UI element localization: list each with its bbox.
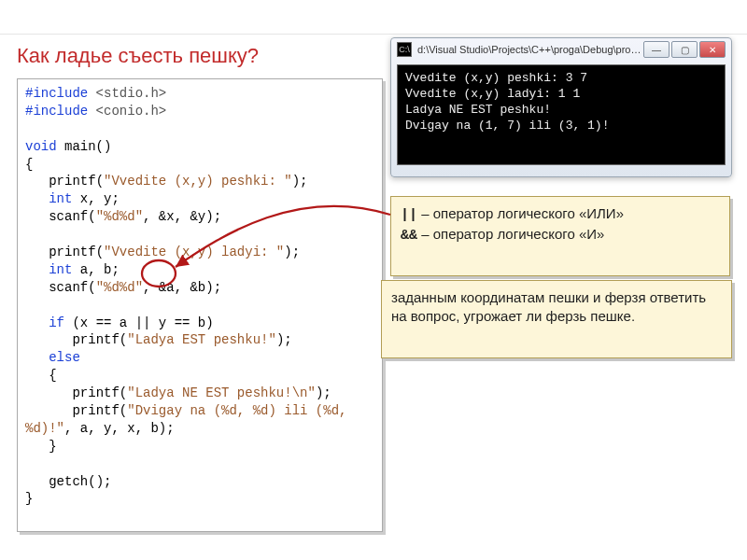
- code-token: (x == a || y == b): [64, 315, 214, 330]
- code-token: printf(: [25, 332, 127, 347]
- code-token: int: [25, 262, 72, 277]
- operators-note: || – оператор логического «ИЛИ» && – опе…: [390, 196, 730, 276]
- code-token: "Ladya NE EST peshku!\n": [127, 385, 316, 400]
- console-titlebar: C:\ d:\Visual Studio\Projects\C++\proga\…: [391, 38, 731, 61]
- code-token: int: [25, 191, 72, 206]
- code-token: );: [284, 245, 300, 259]
- code-token: {: [25, 368, 57, 383]
- code-token: #include: [25, 86, 88, 101]
- code-token: , &x, &y);: [143, 209, 221, 224]
- code-token: {: [25, 157, 33, 172]
- code-token: <stdio.h>: [88, 86, 166, 101]
- code-block: #include <stdio.h> #include <conio.h> vo…: [17, 78, 383, 532]
- code-token: x, y;: [72, 191, 119, 206]
- close-button[interactable]: ✕: [699, 41, 726, 58]
- code-token: void: [25, 139, 57, 154]
- code-token: }: [25, 439, 57, 454]
- code-token: printf(: [25, 385, 127, 400]
- code-token: printf(: [25, 174, 104, 189]
- code-token: "Ladya EST peshku!": [127, 332, 276, 347]
- task-note-text: заданным координатам пешки и ферзя ответ…: [391, 289, 706, 324]
- minimize-button[interactable]: —: [643, 41, 669, 58]
- code-token: );: [276, 332, 292, 347]
- code-token: "Vvedite (x,y) peshki: ": [104, 174, 292, 189]
- or-operator-text: – оператор логического «ИЛИ»: [417, 205, 624, 221]
- code-token: , a, y, x, b);: [64, 421, 175, 436]
- code-token: "%d%d": [96, 209, 143, 224]
- code-token: scanf(: [25, 209, 96, 224]
- code-token: scanf(: [25, 280, 96, 295]
- code-token: getch();: [25, 474, 111, 489]
- and-operator-text: – оператор логического «И»: [417, 226, 604, 242]
- code-token: printf(: [25, 245, 104, 259]
- console-output: Vvedite (x,y) peshki: 3 7 Vvedite (x,y) …: [397, 64, 726, 165]
- code-token: }: [25, 491, 33, 506]
- code-token: printf(: [25, 403, 127, 418]
- maximize-button[interactable]: ▢: [671, 41, 698, 58]
- console-window: C:\ d:\Visual Studio\Projects\C++\proga\…: [390, 37, 732, 177]
- and-operator-symbol: &&: [401, 228, 417, 244]
- task-note: заданным координатам пешки и ферзя ответ…: [381, 280, 732, 358]
- console-icon: C:\: [397, 42, 412, 57]
- code-token: );: [292, 174, 308, 189]
- or-operator-symbol: ||: [401, 207, 417, 223]
- console-title: d:\Visual Studio\Projects\C++\proga\Debu…: [417, 44, 641, 55]
- code-token: <conio.h>: [88, 104, 166, 119]
- code-token: "%d%d": [96, 280, 143, 295]
- code-token: if: [25, 315, 64, 330]
- code-token: else: [25, 350, 80, 365]
- code-token: main(): [57, 139, 112, 154]
- code-token: "Vvedite (x,y) ladyi: ": [104, 245, 284, 259]
- code-token: , &a, &b);: [143, 280, 221, 295]
- top-bar: [0, 0, 747, 35]
- code-token: a, b;: [72, 262, 119, 277]
- code-token: );: [316, 385, 331, 400]
- code-token: #include: [25, 104, 88, 119]
